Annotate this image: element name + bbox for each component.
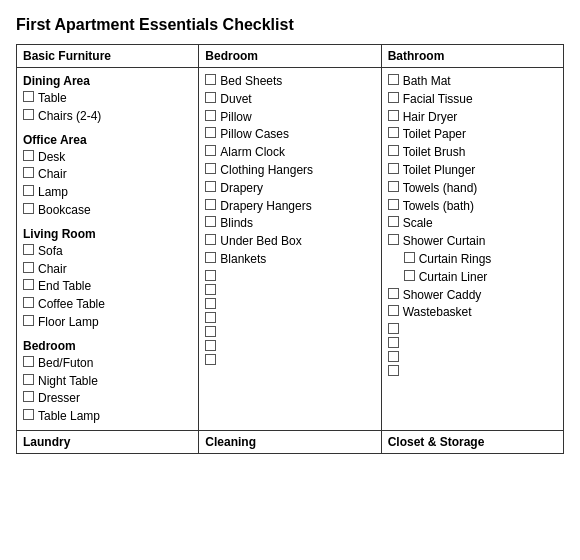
checkbox[interactable] [23,391,34,402]
checkbox[interactable] [205,74,216,85]
checkbox[interactable] [388,145,399,156]
checkbox[interactable] [388,181,399,192]
checkbox[interactable] [388,110,399,121]
checkbox[interactable] [205,326,216,337]
checkbox[interactable] [205,145,216,156]
checkbox[interactable] [23,203,34,214]
checklist-table: Basic Furniture Bedroom Bathroom Dining … [16,44,564,454]
list-item[interactable]: Blankets [205,251,374,268]
list-item[interactable]: Chairs (2-4) [23,108,192,125]
checkbox[interactable] [388,199,399,210]
checkbox[interactable] [388,234,399,245]
checkbox[interactable] [23,109,34,120]
checkbox[interactable] [388,216,399,227]
list-item[interactable]: Desk [23,149,192,166]
list-item[interactable]: Curtain Liner [404,269,557,286]
list-item[interactable]: Chair [23,261,192,278]
checkbox[interactable] [205,340,216,351]
checkbox[interactable] [388,163,399,174]
list-item[interactable]: Towels (hand) [388,180,557,197]
list-item[interactable]: Pillow [205,109,374,126]
empty-row [388,336,557,350]
list-item[interactable]: Alarm Clock [205,144,374,161]
list-item[interactable]: Blinds [205,215,374,232]
list-item[interactable]: Bath Mat [388,73,557,90]
checkbox[interactable] [23,91,34,102]
checkbox[interactable] [205,234,216,245]
checkbox[interactable] [205,92,216,103]
empty-row [388,364,557,378]
checkbox[interactable] [205,199,216,210]
list-item[interactable]: Shower Curtain [388,233,557,250]
list-item[interactable]: Night Table [23,373,192,390]
checkbox[interactable] [205,163,216,174]
list-item[interactable]: Coffee Table [23,296,192,313]
checkbox[interactable] [388,127,399,138]
checkbox[interactable] [388,92,399,103]
list-item[interactable]: Toilet Paper [388,126,557,143]
list-item[interactable]: Table Lamp [23,408,192,425]
list-item[interactable]: Drapery [205,180,374,197]
empty-row [205,311,374,325]
checkbox[interactable] [404,252,415,263]
checkbox[interactable] [388,323,399,334]
list-item[interactable]: Toilet Brush [388,144,557,161]
checkbox[interactable] [388,365,399,376]
list-item[interactable]: Scale [388,215,557,232]
empty-row [205,325,374,339]
checkbox[interactable] [23,150,34,161]
checkbox[interactable] [23,244,34,255]
section-office-area: Office Area [23,133,192,147]
list-item[interactable]: Facial Tissue [388,91,557,108]
checkbox[interactable] [404,270,415,281]
checkbox[interactable] [23,262,34,273]
checkbox[interactable] [205,127,216,138]
list-item[interactable]: Sofa [23,243,192,260]
checkbox[interactable] [205,312,216,323]
list-item[interactable]: Pillow Cases [205,126,374,143]
list-item[interactable]: Clothing Hangers [205,162,374,179]
list-item[interactable]: Floor Lamp [23,314,192,331]
list-item[interactable]: Drapery Hangers [205,198,374,215]
checkbox[interactable] [23,167,34,178]
list-item[interactable]: Bed Sheets [205,73,374,90]
checkbox[interactable] [205,284,216,295]
checkbox[interactable] [205,181,216,192]
checkbox[interactable] [205,216,216,227]
list-item[interactable]: Table [23,90,192,107]
list-item[interactable]: Shower Caddy [388,287,557,304]
list-item[interactable]: End Table [23,278,192,295]
list-item[interactable]: Wastebasket [388,304,557,321]
checkbox[interactable] [23,315,34,326]
list-item[interactable]: Under Bed Box [205,233,374,250]
list-item[interactable]: Bookcase [23,202,192,219]
list-item[interactable]: Dresser [23,390,192,407]
list-item[interactable]: Lamp [23,184,192,201]
checkbox[interactable] [23,185,34,196]
list-item[interactable]: Toilet Plunger [388,162,557,179]
checkbox[interactable] [388,305,399,316]
list-item[interactable]: Hair Dryer [388,109,557,126]
list-item[interactable]: Duvet [205,91,374,108]
checkbox[interactable] [388,74,399,85]
checkbox[interactable] [23,374,34,385]
checkbox[interactable] [23,356,34,367]
list-item[interactable]: Curtain Rings [404,251,557,268]
checkbox[interactable] [205,298,216,309]
checkbox[interactable] [388,337,399,348]
checkbox[interactable] [205,354,216,365]
checkbox[interactable] [388,351,399,362]
checkbox[interactable] [23,297,34,308]
page-title: First Apartment Essentials Checklist [16,16,564,34]
checkbox[interactable] [205,270,216,281]
checkbox[interactable] [205,110,216,121]
checkbox[interactable] [23,279,34,290]
checkbox[interactable] [205,252,216,263]
list-item[interactable]: Chair [23,166,192,183]
list-item[interactable]: Towels (bath) [388,198,557,215]
section-dining-area: Dining Area [23,74,192,88]
checkbox[interactable] [388,288,399,299]
checkbox[interactable] [23,409,34,420]
empty-row [388,350,557,364]
list-item[interactable]: Bed/Futon [23,355,192,372]
